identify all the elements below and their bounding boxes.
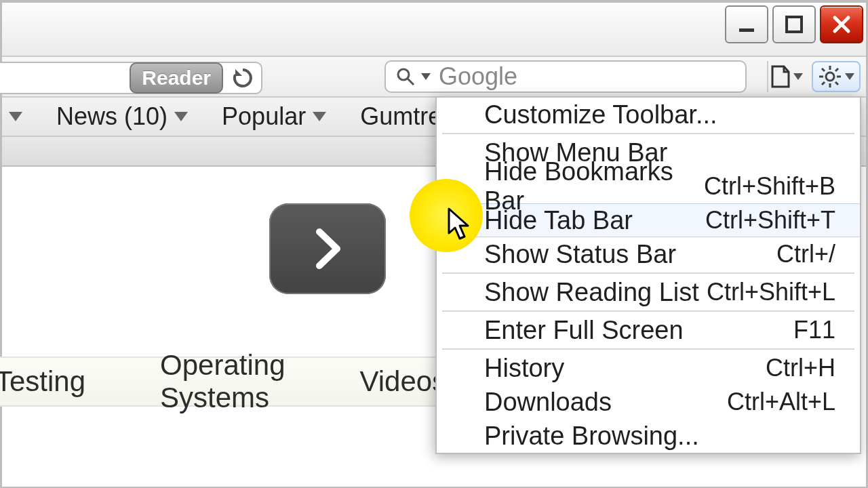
menu-label: Customize Toolbar...	[484, 100, 717, 129]
settings-menu-button[interactable]	[812, 61, 861, 92]
chevron-down-icon	[174, 112, 188, 121]
address-bar[interactable]: Reader	[0, 62, 262, 94]
menu-separator	[442, 133, 854, 134]
caption-buttons	[725, 5, 863, 43]
svg-point-2	[398, 69, 409, 80]
menu-item-enter-full-screen[interactable]: Enter Full Screen F11	[437, 313, 860, 347]
chevron-down-icon	[313, 112, 326, 121]
page-menu-button[interactable]	[767, 61, 805, 92]
svg-rect-1	[787, 17, 802, 32]
menu-separator	[442, 348, 854, 350]
chevron-down-icon	[9, 112, 22, 121]
search-placeholder: Google	[439, 62, 517, 91]
title-bar: e!	[2, 3, 866, 57]
gear-icon	[818, 64, 842, 89]
search-box[interactable]: Google	[384, 60, 747, 93]
menu-shortcut: Ctrl+/	[776, 240, 835, 268]
bookmark-item-news[interactable]: News (10)	[50, 100, 195, 134]
menu-label: Show Status Bar	[484, 240, 676, 269]
svg-point-4	[826, 73, 834, 81]
settings-dropdown-menu: Customize Toolbar... Show Menu Bar Hide …	[435, 96, 861, 454]
menu-item-customize-toolbar[interactable]: Customize Toolbar...	[437, 98, 860, 131]
menu-label: History	[484, 354, 564, 383]
menu-item-hide-bookmarks-bar[interactable]: Hide Bookmarks Bar Ctrl+Shift+B	[437, 169, 860, 203]
bookmark-item-popular[interactable]: Popular	[215, 100, 333, 134]
menu-label: Hide Tab Bar	[484, 206, 633, 235]
menu-item-show-status-bar[interactable]: Show Status Bar Ctrl+/	[437, 237, 860, 271]
menu-item-show-reading-list[interactable]: Show Reading List Ctrl+Shift+L	[437, 275, 860, 309]
bookmark-item[interactable]: a	[2, 100, 29, 134]
menu-shortcut: F11	[793, 316, 835, 344]
svg-line-11	[835, 68, 838, 71]
menu-shortcut: Ctrl+Shift+L	[707, 278, 835, 306]
menu-separator	[442, 272, 854, 274]
menu-separator	[442, 310, 854, 312]
menu-item-downloads[interactable]: Downloads Ctrl+Alt+L	[437, 385, 860, 419]
reader-button[interactable]: Reader	[130, 62, 223, 94]
menu-shortcut: Ctrl+Alt+L	[727, 388, 835, 416]
svg-line-10	[835, 82, 838, 85]
menu-shortcut: Ctrl+Shift+B	[704, 172, 835, 201]
tab-operating-systems[interactable]: Operating Systems	[136, 349, 309, 414]
search-icon	[395, 66, 416, 87]
chevron-right-icon	[307, 225, 348, 272]
reload-icon[interactable]	[231, 66, 254, 89]
svg-line-3	[408, 79, 414, 85]
bookmark-label: Popular	[222, 102, 306, 131]
menu-label: Enter Full Screen	[484, 316, 684, 345]
page-icon	[770, 65, 791, 88]
cursor-icon	[446, 207, 473, 244]
menu-shortcut: Ctrl+H	[766, 354, 835, 382]
minimize-button[interactable]	[725, 5, 768, 43]
menu-label: Private Browsing...	[484, 422, 699, 451]
close-button[interactable]	[820, 5, 863, 43]
search-engine-dropdown-icon[interactable]	[421, 73, 431, 80]
chevron-down-icon	[793, 73, 803, 80]
maximize-button[interactable]	[772, 5, 816, 43]
menu-item-private-browsing[interactable]: Private Browsing...	[437, 419, 860, 453]
svg-line-9	[822, 68, 825, 71]
chevron-down-icon	[845, 73, 854, 80]
svg-line-12	[822, 82, 825, 85]
menu-label: Downloads	[484, 388, 612, 417]
play-button[interactable]	[269, 203, 386, 294]
menu-label: Show Reading List	[484, 278, 699, 307]
toolbar: Reader Google	[2, 57, 866, 98]
menu-shortcut: Ctrl+Shift+T	[705, 206, 835, 235]
bookmark-label: News (10)	[56, 102, 167, 131]
section-tabs: Testing Operating Systems Videos	[0, 357, 436, 407]
menu-item-history[interactable]: History Ctrl+H	[437, 351, 860, 385]
svg-rect-0	[739, 28, 754, 32]
tab-testing[interactable]: Testing	[0, 365, 110, 398]
